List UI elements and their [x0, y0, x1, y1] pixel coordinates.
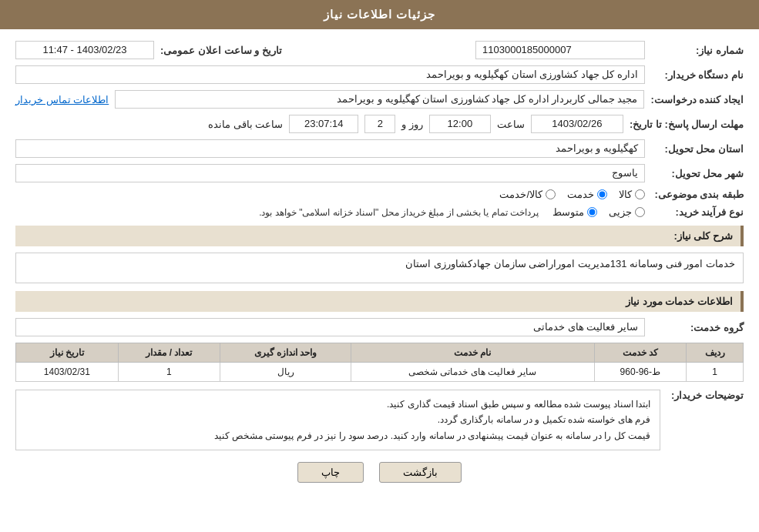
announce-label: تاریخ و ساعت اعلان عمومی: — [160, 45, 282, 56]
col-header-row: ردیف — [687, 343, 744, 363]
purchase-type-radio-group: جزیی متوسط — [552, 206, 645, 218]
table-cell-0-0: 1 — [687, 363, 744, 382]
page-header: جزئیات اطلاعات نیاز — [0, 0, 759, 29]
category-label-khedmat: خدمت — [567, 189, 594, 200]
deadline-remaining: 23:07:14 — [289, 115, 358, 133]
deadline-days: 2 — [364, 115, 395, 133]
purchase-radio-jozi[interactable] — [635, 207, 645, 217]
service-group-label: گروه خدمت: — [651, 322, 744, 333]
buyer-notes-label: توضیحات خریدار: — [667, 390, 744, 401]
purchase-radio-mutavasset[interactable] — [587, 207, 597, 217]
service-group-value: سایر فعالیت های خدماتی — [15, 318, 645, 336]
deadline-time: 12:00 — [429, 115, 491, 133]
category-radio-khedmat[interactable] — [597, 189, 607, 199]
buyer-notes-line: فرم های خواسته شده تکمیل و در سامانه بار… — [25, 412, 650, 427]
col-header-date: تاریخ نیاز — [16, 343, 119, 363]
city-value: یاسوج — [15, 164, 645, 182]
deadline-day-label: روز و — [401, 119, 423, 130]
category-option-kala: کالا — [619, 189, 645, 200]
buyer-label: نام دستگاه خریدار: — [651, 69, 744, 81]
need-number-label: شماره نیاز: — [651, 45, 744, 56]
city-row: شهر محل تحویل: یاسوج — [15, 164, 744, 182]
purchase-label-mutavasset: متوسط — [552, 206, 584, 218]
category-label-kala: کالا — [619, 189, 632, 200]
purchase-type-jozi: جزیی — [609, 206, 645, 218]
need-description-value: خدمات امور فنی وسامانه 131مدیریت امورارا… — [15, 253, 744, 283]
purchase-type-label: نوع فرآیند خرید: — [651, 206, 744, 218]
creator-label: ایجاد کننده درخواست: — [650, 94, 744, 105]
category-row: طبقه بندی موضوعی: کالا خدمت کالا/خدمت — [15, 189, 744, 200]
province-value: کهگیلویه و بویراحمد — [15, 139, 645, 158]
service-group-row: گروه خدمت: سایر فعالیت های خدماتی — [15, 318, 744, 336]
buttons-row: بازگشت چاپ — [15, 462, 744, 483]
need-description-label: شرح کلی نیاز: — [673, 230, 733, 242]
contact-link[interactable]: اطلاعات تماس خریدار — [15, 94, 109, 105]
purchase-type-note: پرداخت تمام یا بخشی از مبلغ خریداز محل "… — [259, 207, 539, 218]
creator-row: ایجاد کننده درخواست: مجید جمالی کاربردار… — [15, 90, 744, 109]
table-cell-0-4: 1 — [118, 363, 220, 382]
col-header-code: کد خدمت — [594, 343, 686, 363]
category-label: طبقه بندی موضوعی: — [651, 189, 744, 200]
buyer-notes-line: ابتدا اسناد پیوست شده مطالعه و سپس طبق ا… — [25, 396, 650, 412]
buyer-value: اداره کل جهاد کشاورزی استان کهگیلویه و ب… — [15, 65, 645, 84]
deadline-remaining-label: ساعت باقی مانده — [208, 119, 283, 130]
category-radio-group: کالا خدمت کالا/خدمت — [499, 189, 645, 200]
table-row: 1ط-96-960سایر فعالیت های خدماتی شخصیریال… — [16, 363, 744, 382]
col-header-name: نام خدمت — [351, 343, 595, 363]
services-table: ردیف کد خدمت نام خدمت واحد اندازه گیری ت… — [15, 343, 744, 382]
need-number-value: 1103000185000007 — [475, 41, 645, 59]
table-cell-0-3: ریال — [220, 363, 351, 382]
deadline-row: مهلت ارسال پاسخ: تا تاریخ: 1403/02/26 سا… — [15, 115, 744, 133]
purchase-label-jozi: جزیی — [609, 206, 632, 218]
back-button[interactable]: بازگشت — [379, 462, 462, 483]
deadline-time-label: ساعت — [497, 119, 525, 130]
category-label-kala-khedmat: کالا/خدمت — [499, 189, 542, 200]
need-description-section-title: شرح کلی نیاز: — [15, 226, 744, 246]
page-title: جزئیات اطلاعات نیاز — [324, 8, 435, 21]
table-cell-0-2: سایر فعالیت های خدماتی شخصی — [351, 363, 595, 382]
table-cell-0-1: ط-96-960 — [594, 363, 686, 382]
province-label: استان محل تحویل: — [651, 143, 744, 155]
announce-value: 1403/02/23 - 11:47 — [15, 41, 154, 59]
services-section-title: اطلاعات خدمات مورد نیاز — [15, 291, 744, 312]
col-header-unit: واحد اندازه گیری — [220, 343, 351, 363]
category-radio-kala-khedmat[interactable] — [546, 189, 556, 199]
buyer-notes-section: توضیحات خریدار: ابتدا اسناد پیوست شده مط… — [15, 390, 744, 450]
deadline-date: 1403/02/26 — [531, 115, 623, 133]
city-label: شهر محل تحویل: — [651, 168, 744, 179]
col-header-qty: تعداد / مقدار — [118, 343, 220, 363]
deadline-label: مهلت ارسال پاسخ: تا تاریخ: — [630, 119, 744, 130]
province-row: استان محل تحویل: کهگیلویه و بویراحمد — [15, 139, 744, 158]
table-cell-0-5: 1403/02/31 — [16, 363, 119, 382]
need-number-row: شماره نیاز: 1103000185000007 تاریخ و ساع… — [15, 41, 744, 59]
print-button[interactable]: چاپ — [297, 462, 364, 483]
buyer-notes-line: قیمت کل را در سامانه به عنوان قیمت پیشنه… — [25, 428, 650, 443]
buyer-row: نام دستگاه خریدار: اداره کل جهاد کشاورزی… — [15, 65, 744, 84]
category-option-kala-khedmat: کالا/خدمت — [499, 189, 556, 200]
category-radio-kala[interactable] — [635, 189, 645, 199]
buyer-notes-box: ابتدا اسناد پیوست شده مطالعه و سپس طبق ا… — [15, 390, 660, 450]
purchase-type-mutavasset: متوسط — [552, 206, 597, 218]
page-container: جزئیات اطلاعات نیاز شماره نیاز: 11030001… — [0, 0, 759, 532]
purchase-type-row: نوع فرآیند خرید: جزیی متوسط پرداخت تمام … — [15, 206, 744, 218]
creator-value: مجید جمالی کاربردار اداره کل جهاد کشاورز… — [115, 90, 644, 109]
category-option-khedmat: خدمت — [567, 189, 607, 200]
content-area: شماره نیاز: 1103000185000007 تاریخ و ساع… — [0, 29, 759, 502]
